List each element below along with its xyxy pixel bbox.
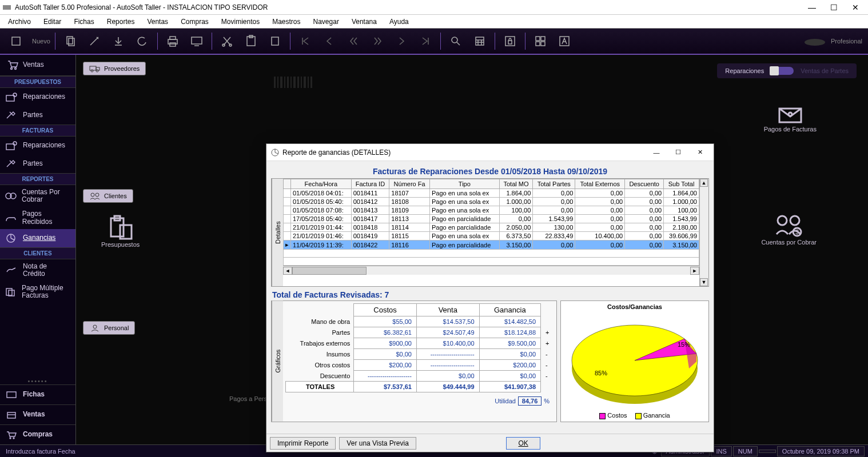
scroll-left[interactable]: ◄: [283, 267, 292, 275]
table-row[interactable]: 21/01/2019 01:44:001841818114Pago en par…: [284, 223, 699, 232]
sidebar-bottom-fichas[interactable]: Fichas: [0, 384, 75, 404]
node-presupuestos[interactable]: Presupuestos: [101, 215, 140, 248]
svg-point-56: [93, 325, 97, 328]
undo-icon[interactable]: [132, 31, 153, 51]
ok-button[interactable]: OK: [506, 437, 540, 450]
sidebar-pagos-recibidos[interactable]: Pagos Recibidos: [0, 207, 75, 228]
toggle-switch[interactable]: [771, 67, 794, 75]
cut-icon[interactable]: [217, 31, 237, 51]
menu-ventana[interactable]: Ventana: [346, 16, 383, 27]
nuevo-button[interactable]: [6, 31, 26, 51]
menu-movimientos[interactable]: Movimientos: [216, 16, 265, 27]
svg-text:85%: 85%: [595, 370, 607, 376]
menu-editar[interactable]: Editar: [38, 16, 67, 27]
grid-header[interactable]: Total MO: [499, 179, 533, 189]
sidebar-partes-presu[interactable]: Partes: [0, 106, 75, 125]
sidebar-partes-fact[interactable]: Partes: [0, 155, 75, 173]
dialog-title: Reporte de ganancias (DETALLES): [282, 149, 644, 157]
sidebar-ganancias[interactable]: Ganancias: [0, 229, 75, 247]
node-cuentas-cobrar[interactable]: $Cuentas por Cobrar: [761, 214, 817, 246]
sidebar-reparaciones-presu[interactable]: Reparaciones: [0, 88, 75, 106]
print-button[interactable]: Imprimir Reporte: [270, 437, 336, 450]
grid-icon[interactable]: [530, 31, 551, 51]
table-row[interactable]: 17/05/2018 05:40:001841718113Pago en par…: [284, 215, 699, 223]
svg-rect-12: [272, 37, 278, 45]
menu-archivo[interactable]: Archivo: [2, 16, 37, 27]
node-clientes[interactable]: Clientes: [83, 189, 133, 203]
grid-header[interactable]: Total Externos: [575, 179, 625, 189]
nav-next-icon[interactable]: [391, 31, 412, 51]
svg-point-61: [789, 113, 792, 116]
minimize-button[interactable]: —: [806, 2, 818, 13]
nav-prev-icon[interactable]: [319, 31, 340, 51]
text-icon[interactable]: [554, 31, 575, 51]
menu-fichas[interactable]: Fichas: [68, 16, 99, 27]
dialog-minimize[interactable]: —: [647, 146, 666, 159]
sidebar-reparaciones-fact[interactable]: Reparaciones: [0, 137, 75, 155]
table-row[interactable]: 01/05/2018 05:40:001841218108Pago en una…: [284, 198, 699, 206]
menu-navegar[interactable]: Navegar: [308, 16, 345, 27]
tab-detalles[interactable]: Detalles: [272, 179, 283, 286]
sidebar-bottom-ventas[interactable]: Ventas: [0, 404, 75, 424]
table-row[interactable]: 01/05/2018 07:08:001841318109Pago en una…: [284, 206, 699, 215]
node-personal[interactable]: Personal: [83, 321, 135, 335]
register-icon: [5, 409, 18, 420]
node-pagos-facturas[interactable]: Pagos de Facturas: [764, 103, 817, 133]
grid-header[interactable]: Descuento: [625, 179, 664, 189]
toggle-bar[interactable]: Reparaciones Ventas de Partes: [717, 63, 857, 78]
menu-reportes[interactable]: Reportes: [101, 16, 141, 27]
scroll-up[interactable]: ▲: [700, 179, 708, 187]
sidebar-bottom-compras[interactable]: Compras: [0, 424, 75, 444]
clipboard-icon[interactable]: [265, 31, 285, 51]
scroll-right[interactable]: ►: [690, 267, 699, 275]
sidebar-nota-credito[interactable]: Nota de Crédito: [0, 259, 75, 281]
save-icon[interactable]: [108, 31, 129, 51]
scroll-down[interactable]: ▼: [700, 278, 708, 286]
nav-last-icon[interactable]: [415, 31, 436, 51]
close-button[interactable]: ✕: [850, 2, 861, 13]
tab-graficos[interactable]: Gráficos: [272, 301, 283, 422]
menu-compras[interactable]: Compras: [175, 16, 214, 27]
table-row[interactable]: 21/01/2019 01:46:001841918115Pago en una…: [284, 232, 699, 240]
grid-scrollbar[interactable]: ◄ ►: [283, 266, 699, 275]
sidebar-cuentas-cobrar[interactable]: Cuentas Por Cobrar: [0, 185, 75, 207]
clipboard-icon: [106, 215, 135, 241]
calc-icon[interactable]: [469, 31, 490, 51]
lock-icon[interactable]: [500, 31, 520, 51]
edit-icon[interactable]: [84, 31, 105, 51]
copy-icon[interactable]: [60, 31, 81, 51]
grid-header[interactable]: Sub Total: [664, 179, 699, 189]
table-row[interactable]: ▸11/04/2019 11:39:001842218116Pago en pa…: [284, 240, 699, 250]
menu-maestros[interactable]: Maestros: [266, 16, 306, 27]
table-row[interactable]: 01/05/2018 04:01:001841118107Pago en una…: [284, 189, 699, 198]
grid-header[interactable]: Número Fa: [389, 179, 430, 189]
grid-header[interactable]: Total Partes: [533, 179, 575, 189]
scroll-thumb[interactable]: [292, 267, 367, 275]
paste-icon[interactable]: [241, 31, 261, 51]
preview-button[interactable]: Ver una Vista Previa: [339, 437, 416, 450]
sidebar-pago-multiple[interactable]: Pago Múltiple Facturas: [0, 281, 75, 303]
dialog-maximize[interactable]: ☐: [669, 146, 687, 159]
maximize-button[interactable]: ☐: [828, 2, 839, 13]
invoice-grid[interactable]: Fecha/HoraFactura IDNúmero FaTipoTotal M…: [283, 179, 699, 266]
dialog-close[interactable]: ✕: [691, 146, 709, 159]
grid-header[interactable]: Factura ID: [351, 179, 389, 189]
menu-ayuda[interactable]: Ayuda: [384, 16, 415, 27]
grid-header[interactable]: Fecha/Hora: [291, 179, 352, 189]
nav-fwd-icon[interactable]: [367, 31, 388, 51]
print-icon[interactable]: [162, 31, 183, 51]
section-clientes: CLIENTES: [0, 247, 75, 259]
screen-icon[interactable]: [186, 31, 207, 51]
svg-point-13: [452, 37, 457, 43]
sidebar-heading[interactable]: Ventas: [0, 55, 75, 76]
node-proveedores[interactable]: Proveedores: [83, 62, 146, 75]
truck-icon: [89, 65, 101, 73]
nav-back-icon[interactable]: [343, 31, 364, 51]
nav-first-icon[interactable]: [295, 31, 316, 51]
search-icon[interactable]: [445, 31, 466, 51]
svg-rect-48: [293, 77, 296, 88]
menu-ventas[interactable]: Ventas: [141, 16, 174, 27]
grid-header[interactable]: Tipo: [429, 179, 499, 189]
note-icon: [5, 264, 18, 276]
svg-point-62: [778, 216, 787, 225]
